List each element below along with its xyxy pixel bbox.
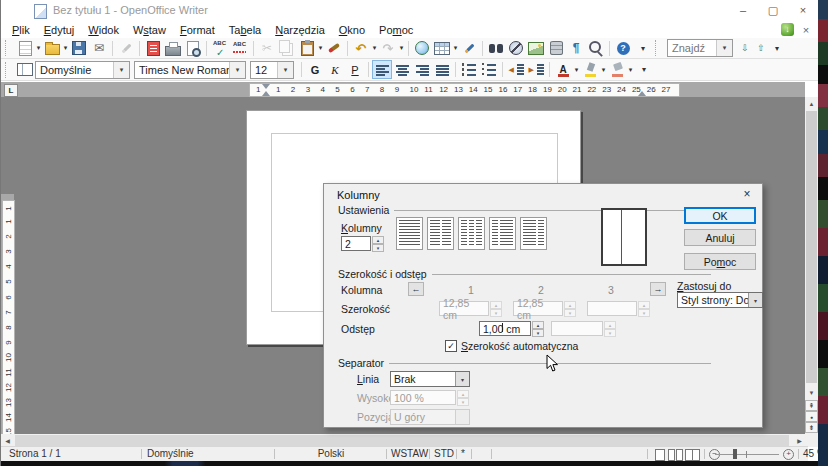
preset-left-narrow[interactable] [489,217,516,250]
align-left-icon[interactable] [372,60,392,79]
scroll-down-icon[interactable]: ▼ [805,386,818,399]
zoom-slider-track[interactable] [715,454,779,455]
maximize-icon[interactable]: ▢ [758,0,788,20]
apply-to-select[interactable]: Styl strony: Don ▾ [677,292,763,308]
dropdown-arrow-icon[interactable]: ▾ [35,44,42,52]
table-icon[interactable] [432,39,452,58]
combo-arrow-icon[interactable]: ▾ [229,62,245,78]
toolbar-overflow-icon[interactable]: ▾ [633,39,653,58]
spellcheck-icon[interactable] [210,39,230,58]
preset-three-columns[interactable] [458,217,485,250]
scroll-up-icon[interactable]: ▲ [805,97,818,110]
ok-button[interactable]: OK [684,207,756,224]
tab-stop-selector[interactable]: L [4,84,18,97]
font-color-icon[interactable]: A [553,60,573,79]
nonprinting-characters-icon[interactable]: ¶ [566,39,586,58]
toolbar-grip[interactable] [5,40,11,56]
page-style-status[interactable]: Domyślnie [147,448,194,459]
navigation-icon[interactable]: ● [805,411,818,422]
close-document-icon[interactable]: × [799,23,813,37]
dropdown-arrow-icon[interactable]: ▾ [317,44,324,52]
find-previous-icon[interactable]: ⇧ [753,40,769,57]
align-right-icon[interactable] [412,60,432,79]
menu-item-widok[interactable]: Widok [81,23,126,37]
draw-functions-icon[interactable] [459,39,479,58]
vertical-scroll-thumb[interactable] [806,111,817,383]
underline-icon[interactable]: P [345,60,365,79]
next-page-icon[interactable]: ⇟ [805,422,818,433]
combo-arrow-icon[interactable]: ▾ [277,62,293,78]
columns-count-stepper[interactable]: 2 ▴ ▾ [341,236,384,251]
horizontal-scroll-thumb[interactable] [15,435,789,446]
background-color-icon[interactable] [607,60,627,79]
spin-up-icon[interactable]: ▴ [372,236,384,244]
menu-item-plik[interactable]: Plik [5,23,37,37]
scroll-columns-left-icon[interactable]: ← [408,282,424,296]
vertical-scrollbar[interactable]: ▲ ▼ ⇞ ● ⇟ [805,97,818,434]
hyperlink-icon[interactable] [412,39,432,58]
update-notification-icon[interactable]: ↓ [781,23,794,36]
combo-arrow-icon[interactable]: ▾ [716,40,732,56]
scroll-columns-right-icon[interactable]: → [650,282,666,296]
toolbar-grip[interactable] [5,62,11,78]
paragraph-style-combo[interactable]: Domyślnie ▾ [35,61,130,79]
font-name-combo[interactable]: Times New Roman ▾ [134,61,246,79]
book-view-icon[interactable] [685,449,700,461]
decrease-indent-icon[interactable] [506,60,526,79]
auto-width-checkbox[interactable]: ✓ Szerokość automatyczna [445,340,578,352]
menu-item-pomoc[interactable]: Pomoc [372,23,420,37]
find-overflow-icon[interactable]: ▾ [769,40,785,57]
multi-page-view-icon[interactable] [668,449,675,461]
page-preview-icon[interactable] [183,39,203,58]
preset-right-narrow[interactable] [520,217,547,250]
spin-down-icon[interactable]: ▾ [532,329,544,337]
toolbar-overflow-icon[interactable]: ▾ [634,60,654,79]
open-icon[interactable] [42,39,62,58]
indent-marker-icon[interactable] [262,87,270,96]
spin-down-icon[interactable]: ▾ [372,244,384,252]
menu-item-edytuj[interactable]: Edytuj [37,23,82,37]
bullet-list-icon[interactable] [479,60,499,79]
undo-icon[interactable]: ↶ [351,39,371,58]
single-page-view-icon[interactable] [655,449,665,461]
menu-item-wstaw[interactable]: Wstaw [126,23,173,37]
font-size-combo[interactable]: 12 ▾ [250,61,294,79]
dropdown-arrow-icon[interactable]: ▾ [371,44,378,52]
dialog-close-icon[interactable]: × [740,187,754,201]
dropdown-arrow-icon[interactable]: ▾ [600,66,607,74]
align-center-icon[interactable] [392,60,412,79]
highlighting-icon[interactable] [580,60,600,79]
dropdown-arrow-icon[interactable]: ▾ [573,66,580,74]
dropdown-arrow-icon[interactable]: ▾ [62,44,69,52]
preset-two-columns[interactable] [427,217,454,250]
selection-mode-status[interactable]: STD [434,448,454,459]
spin-up-icon[interactable]: ▴ [532,321,544,329]
menu-item-tabela[interactable]: Tabela [222,23,268,37]
spacing-field-1[interactable]: 1,00 cm ▴ ▾ [479,321,544,336]
increase-indent-icon[interactable] [526,60,546,79]
zoom-in-icon[interactable]: + [783,449,794,460]
autospellcheck-icon[interactable] [230,39,250,58]
data-sources-icon[interactable] [546,39,566,58]
find-toolbar-grip[interactable] [655,40,661,56]
page-count-status[interactable]: Strona 1 / 1 [9,448,61,459]
preset-one-column[interactable] [396,217,423,250]
find-input[interactable]: Znajdź ▾ [667,39,733,57]
find-replace-icon[interactable] [486,39,506,58]
minimize-icon[interactable]: – [728,0,758,20]
dropdown-arrow-icon[interactable]: ▾ [452,44,459,52]
find-next-icon[interactable]: ⇩ [737,40,753,57]
zoom-icon[interactable] [586,39,606,58]
language-status[interactable]: Polski [281,448,381,459]
horizontal-ruler-numbers[interactable]: 1 12345678910111213141516171819202122232… [249,83,680,97]
combo-arrow-icon[interactable]: ▾ [748,293,762,307]
dropdown-arrow-icon[interactable]: ▾ [398,44,405,52]
print-icon[interactable] [163,39,183,58]
format-paintbrush-icon[interactable] [324,39,344,58]
save-icon[interactable] [69,39,89,58]
email-icon[interactable]: ✉ [89,39,109,58]
close-icon[interactable]: × [788,0,818,20]
navigator-icon[interactable] [506,39,526,58]
horizontal-ruler[interactable]: L 1 123456789101112131415161718192021222… [1,82,805,98]
line-select[interactable]: Brak ▾ [390,371,470,387]
